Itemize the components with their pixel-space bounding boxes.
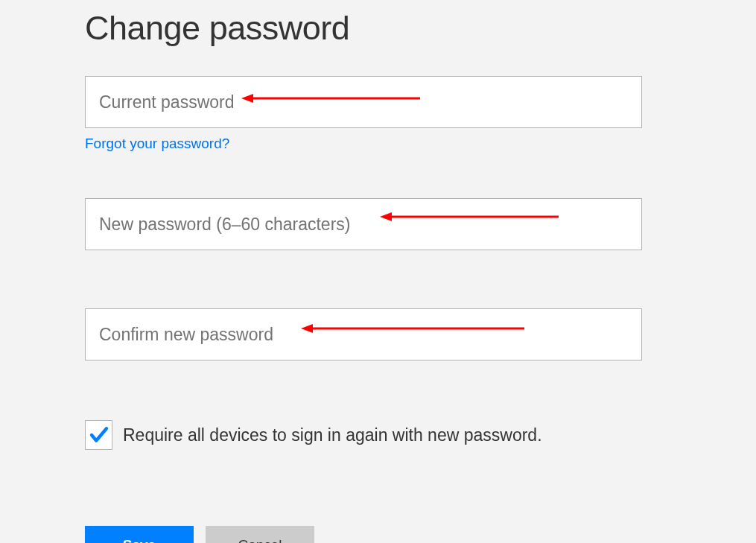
checkmark-icon (88, 424, 110, 446)
confirm-password-input[interactable] (85, 308, 642, 361)
require-signin-checkbox[interactable] (85, 420, 112, 450)
page-title: Change password (85, 9, 642, 48)
save-button[interactable]: Save (85, 526, 194, 543)
require-signin-label: Require all devices to sign in again wit… (123, 425, 542, 445)
forgot-password-link[interactable]: Forgot your password? (85, 136, 229, 152)
new-password-input[interactable] (85, 198, 642, 250)
cancel-button[interactable]: Cancel (206, 526, 314, 543)
current-password-input[interactable] (85, 76, 642, 128)
